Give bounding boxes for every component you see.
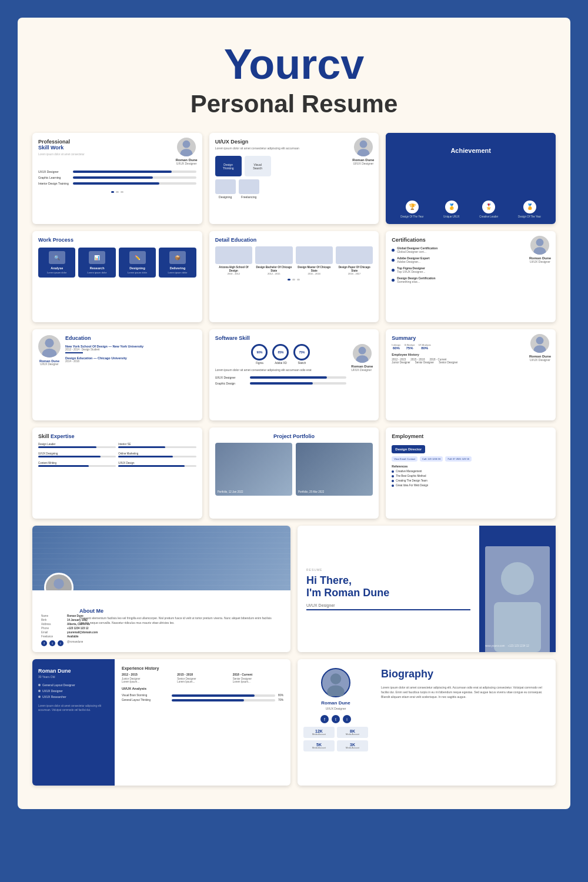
- slide-uiux-title: UI/UX Design: [215, 139, 373, 145]
- expertise-item: Design Leader: [38, 443, 116, 448]
- slide-skill-expertise: Skill Expertise Design Leader Interior S…: [32, 427, 202, 519]
- hi-there-role: UI/UX Designer: [306, 603, 470, 610]
- hi-contact-bottom: www.yourcv.com +123 123 1234 12: [485, 644, 529, 647]
- edu-item: Design Master Of Chicago State 2015 - 20…: [296, 246, 333, 275]
- slide-software-title: Software Skill: [215, 335, 373, 341]
- person-role-summary: UI/UX Designer: [529, 358, 551, 362]
- svg-point-10: [536, 337, 544, 345]
- analysis-row: General Layout Thinking 70%: [122, 699, 283, 701]
- about-title: About Me: [79, 608, 282, 614]
- svg-point-0: [183, 141, 191, 148]
- svg-point-11: [534, 345, 546, 353]
- svg-point-18: [327, 686, 344, 696]
- emp-list-item: Creative Management: [392, 470, 550, 473]
- person-block-summary: Roman Dune UI/UX Designer: [529, 334, 551, 362]
- svg-point-17: [330, 674, 341, 684]
- slide-achievement: Achievement 🏆 Design Of The Year 🥇 Uniqu…: [386, 133, 556, 224]
- emp-list-item: Creating The Design Team: [392, 479, 550, 482]
- slide-employment-title: Employment: [392, 433, 550, 439]
- exp-table: 2012 - 2015 Junior Designer Lorem Ipsum.…: [122, 673, 283, 683]
- bio-social-icons: f t i: [320, 715, 351, 723]
- cert-list: Global Designer CertificationGlobal Desi…: [392, 246, 550, 283]
- emp-list: Creative Management The Best Graphic Met…: [392, 470, 550, 487]
- slide-work-process: Work Process 🔍 Analyse Lorem ipsum dolor…: [32, 231, 202, 322]
- social-icon-ig: i: [58, 640, 64, 646]
- social-icon-fb: f: [41, 640, 47, 646]
- badge-item: 🏅 Design Of The Year: [518, 201, 541, 218]
- achievement-bg: Achievement: [386, 133, 556, 168]
- cert-item: Global Designer CertificationGlobal Desi…: [392, 246, 550, 253]
- expertise-item: Content Writing: [38, 462, 116, 467]
- slide-roman-cv: Roman Dune 30 Years Old General Layout D…: [32, 659, 290, 786]
- hi-there-left: RESUME Hi There, I'm Roman Dune UI/UX De…: [298, 526, 479, 652]
- process-step: ✏️ Designing Lorem ipsum dolor: [119, 248, 156, 278]
- portfolio-images: Portfolio, 12 Jan 2022 Portfolio, 25 Mar…: [215, 443, 373, 496]
- portfolio-img-1: Portfolio, 12 Jan 2022: [215, 443, 292, 496]
- bio-avatar: [321, 668, 350, 697]
- bio-social-icon-fb: f: [320, 715, 329, 723]
- avatar-edu: [38, 335, 61, 358]
- about-desc: Praesent elementum facilisis leo vel fri…: [79, 616, 282, 625]
- slide-hi-there: RESUME Hi There, I'm Roman Dune UI/UX De…: [298, 526, 556, 652]
- uiux-bottom: Designing Freelancing: [215, 179, 373, 199]
- roman-role-list: General Layout Designer UI/UX Designer U…: [38, 683, 109, 699]
- avatar-skill-work: [177, 138, 196, 156]
- svg-point-15: [501, 562, 534, 595]
- role-list-item: General Layout Designer: [38, 683, 109, 687]
- cert-item: Design Design CertificationSomething els…: [392, 276, 550, 283]
- role-list-item: UI/UX Designer: [38, 689, 109, 693]
- bio-social-icon-tw: t: [332, 715, 340, 723]
- bio-stat: 12K Media Account: [303, 727, 335, 738]
- edu-entry: Design Education — Chicago University 20…: [65, 356, 196, 363]
- skill-bar-row: Interior Design Training: [38, 182, 196, 185]
- svg-point-2: [359, 141, 367, 148]
- person-block-software: Roman Dune UI/UX Designer: [351, 344, 373, 372]
- analysis-row: Visual Brain Storming 80%: [122, 694, 283, 697]
- roman-age: 30 Years Old: [38, 675, 109, 679]
- slide-skill-expertise-title: Skill Expertise: [38, 433, 196, 439]
- svg-point-8: [358, 347, 366, 355]
- slide-certifications-title: Certifications: [392, 237, 550, 243]
- person-role-edu: UI/UX Designer: [38, 363, 61, 366]
- person-role-uiux: UI/UX Designer: [352, 162, 374, 165]
- exp-col: 2018 - Current Senior Designer Lorem Ips…: [233, 673, 283, 683]
- achievement-badges: 🏆 Design Of The Year 🥇 Unique UI/UX 🎖️ C…: [386, 201, 556, 218]
- slide-skill-work-title: Professional Skill Work: [38, 139, 196, 151]
- edu-item: Design Bachelor Of Chicago State 2012 - …: [255, 246, 292, 275]
- expertise-item: UI/UX Designing: [38, 452, 116, 457]
- badge-item: 🏆 Design Of The Year: [400, 201, 423, 218]
- skill-circle: 85% Adobe XD: [272, 344, 289, 365]
- hi-there-title: Hi There, I'm Roman Dune: [306, 574, 470, 600]
- person-block-skill-work: Roman Dune UI/UX Designer: [176, 138, 198, 165]
- metric-item: UI Analyst 75%: [404, 343, 415, 350]
- edu-entry: New York School Of Design — New York Uni…: [65, 345, 196, 353]
- edu-item: Design Paper Of Chicago State 2016 - 201…: [336, 246, 373, 275]
- slide-skill-work: Professional Skill Work Lorem ipsum dolo…: [32, 133, 202, 224]
- edu-item: Arizona High School Of Design 2010 - 201…: [215, 246, 252, 275]
- hi-there-resume: RESUME: [306, 568, 470, 572]
- social-icon-tw: t: [49, 640, 55, 646]
- person-left-edu: Roman Dune UI/UX Designer: [38, 335, 61, 366]
- bio-title: Biography: [381, 668, 549, 680]
- metric-item: Indesign 60%: [392, 343, 400, 350]
- about-avatar: [44, 573, 74, 590]
- inner-wrapper: Yourcv Personal Resume Professional Skil…: [18, 18, 570, 809]
- cert-item: Top Figma DesignerTop UI/UX Designer...: [392, 266, 550, 273]
- bio-stat: 8K Media Account: [337, 727, 368, 738]
- slide-certifications: Certifications Roman Dune UI/UX Designer…: [386, 231, 556, 322]
- skill-circle: 90% Figma: [251, 344, 268, 365]
- slide-summary: Summary Roman Dune UI/UX Designer Indesi…: [386, 329, 556, 420]
- metric-item: UX Analysis 80%: [418, 343, 430, 350]
- emp-list-item: The Best Graphic Method: [392, 475, 550, 477]
- cert-item: Adobe Designer ExpertAdobe Designer...: [392, 256, 550, 263]
- achievement-title: Achievement: [450, 147, 490, 154]
- svg-point-1: [181, 149, 193, 156]
- skill-bar-row: Graphic Learning: [38, 176, 196, 179]
- avatar-summary: [530, 334, 549, 353]
- skill-expertise-grid: Design Leader Interior SE UI/UX Designin…: [38, 443, 196, 469]
- skill-circle: 75% Sketch: [293, 344, 310, 365]
- about-me-top-img: [32, 526, 290, 590]
- process-steps: 🔍 Analyse Lorem ipsum dolor 📊 Research L…: [38, 248, 196, 278]
- svg-point-3: [357, 149, 369, 156]
- slide-about-me: About Me Praesent elementum facilisis le…: [32, 526, 290, 652]
